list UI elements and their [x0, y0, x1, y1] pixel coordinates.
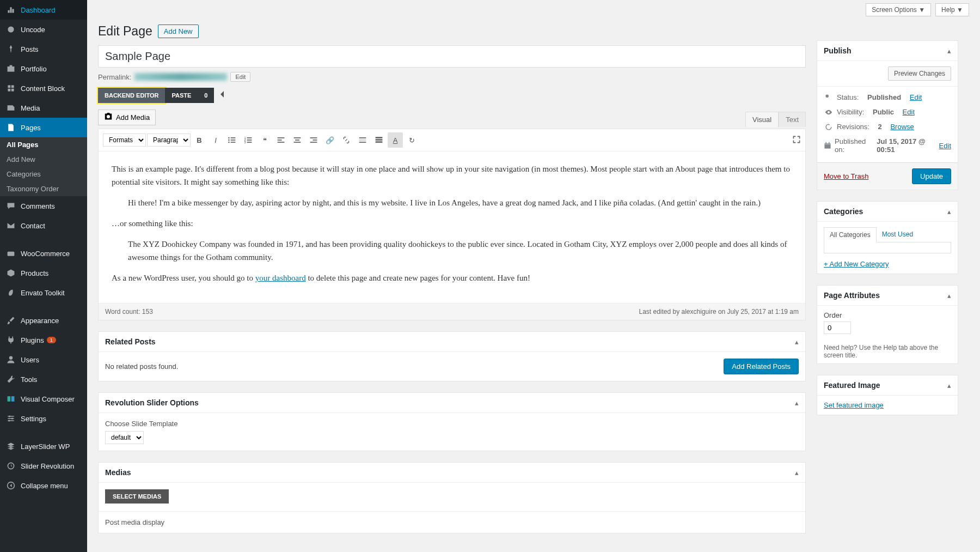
blockquote-button[interactable]: ❝ — [257, 132, 272, 148]
sidebar-item-contact[interactable]: Contact — [0, 216, 87, 235]
all-categories-tab[interactable]: All Categories — [824, 227, 877, 242]
sidebar-item-portfolio[interactable]: Portfolio — [0, 59, 87, 78]
svg-rect-30 — [295, 139, 299, 141]
set-featured-image-link[interactable]: Set featured image — [824, 401, 884, 409]
status-edit-link[interactable]: Edit — [910, 93, 922, 101]
sidebar-sub-taxonomy-order[interactable]: Taxonomy Order — [0, 181, 87, 196]
zero-tab[interactable]: 0 — [198, 88, 214, 103]
svg-rect-45 — [829, 142, 829, 144]
dashboard-link[interactable]: your dashboard — [255, 274, 306, 282]
sidebar-item-label: Plugins — [21, 336, 44, 344]
sidebar-item-content-block[interactable]: Content Block — [0, 78, 87, 98]
sidebar-item-tools[interactable]: Tools — [0, 369, 87, 389]
collapse-icon — [5, 480, 16, 491]
sidebar-item-label: Visual Composer — [21, 395, 75, 403]
align-right-button[interactable] — [306, 132, 321, 148]
svg-rect-4 — [11, 85, 14, 88]
ol-button[interactable]: 123 — [241, 132, 256, 148]
sidebar-item-woocommerce[interactable]: WooCommerce — [0, 244, 87, 263]
select-medias-button[interactable]: SELECT MEDIAS — [105, 489, 169, 504]
sidebar-item-visual-composer[interactable]: Visual Composer — [0, 389, 87, 409]
order-input[interactable] — [824, 322, 851, 334]
ul-button[interactable] — [224, 132, 240, 148]
readmore-button[interactable] — [355, 132, 370, 148]
formats-select[interactable]: Formats — [103, 134, 146, 147]
fullscreen-button[interactable] — [792, 135, 801, 145]
italic-button[interactable]: I — [208, 132, 223, 148]
revslider-header[interactable]: Revolution Slider Options ▴ — [99, 393, 805, 413]
sidebar-sub-categories[interactable]: Categories — [0, 167, 87, 181]
sidebar-item-label: LayerSlider WP — [21, 442, 70, 451]
visual-tab[interactable]: Visual — [745, 112, 779, 127]
sidebar-item-posts[interactable]: Posts — [0, 39, 87, 59]
right-sidebar: Publish ▴ Preview Changes Status: Publis… — [817, 20, 969, 437]
page-icon — [5, 122, 16, 133]
sidebar-item-envato[interactable]: Envato Toolkit — [0, 283, 87, 302]
link-button[interactable]: 🔗 — [322, 132, 338, 148]
move-to-trash-link[interactable]: Move to Trash — [824, 172, 868, 180]
preview-changes-button[interactable]: Preview Changes — [888, 66, 951, 81]
categories-header[interactable]: Categories ▴ — [817, 202, 958, 222]
backend-editor-tab[interactable]: BACKEND EDITOR — [98, 88, 165, 103]
medias-header[interactable]: Medias ▴ — [99, 463, 805, 483]
permalink-edit-button[interactable]: Edit — [230, 72, 250, 82]
editor-content-area[interactable]: This is an example page. It's different … — [99, 151, 805, 303]
update-button[interactable]: Update — [912, 168, 951, 184]
svg-rect-6 — [11, 89, 14, 92]
bold-button[interactable]: B — [192, 132, 207, 148]
add-new-category-link[interactable]: + Add New Category — [824, 260, 889, 268]
editor-box: Formats Paragraph B I 123 ❝ 🔗 — [98, 129, 806, 320]
published-edit-link[interactable]: Edit — [939, 142, 951, 150]
sidebar-item-slider-revolution[interactable]: Slider Revolution — [0, 456, 87, 476]
sidebar-item-comments[interactable]: Comments — [0, 196, 87, 216]
featured-image-header[interactable]: Featured Image ▴ — [817, 375, 958, 396]
svg-text:3: 3 — [244, 141, 246, 144]
text-tab[interactable]: Text — [779, 112, 806, 127]
sidebar-item-label: Tools — [21, 375, 37, 384]
browse-revisions-link[interactable]: Browse — [890, 123, 914, 131]
sidebar-item-users[interactable]: Users — [0, 350, 87, 369]
svg-rect-2 — [10, 65, 13, 66]
svg-rect-35 — [359, 137, 366, 138]
add-related-posts-button[interactable]: Add Related Posts — [724, 359, 799, 374]
add-media-button[interactable]: Add Media — [98, 110, 156, 125]
woo-icon — [5, 248, 16, 259]
sidebar-item-layerslider[interactable]: LayerSlider WP — [0, 436, 87, 456]
help-button[interactable]: Help ▼ — [935, 3, 969, 16]
sidebar-submenu-pages: All Pages Add New Categories Taxonomy Or… — [0, 137, 87, 196]
sidebar-item-settings[interactable]: Settings — [0, 409, 87, 428]
svg-rect-19 — [231, 142, 236, 143]
sidebar-item-collapse[interactable]: Collapse menu — [0, 476, 87, 495]
sidebar-sub-add-new[interactable]: Add New — [0, 152, 87, 167]
sidebar-item-plugins[interactable]: Plugins 1 — [0, 330, 87, 350]
sidebar-sub-all-pages[interactable]: All Pages — [0, 137, 87, 152]
add-new-button[interactable]: Add New — [158, 25, 199, 38]
align-center-button[interactable] — [290, 132, 305, 148]
slide-template-select[interactable]: default — [105, 431, 144, 444]
screen-options-button[interactable]: Screen Options ▼ — [866, 3, 931, 16]
svg-point-41 — [825, 94, 829, 98]
page-attributes-header[interactable]: Page Attributes ▴ — [817, 286, 958, 306]
paste-tab[interactable]: PASTE — [165, 88, 198, 103]
align-left-button[interactable] — [273, 132, 289, 148]
publish-header[interactable]: Publish ▴ — [817, 41, 958, 61]
svg-rect-29 — [294, 137, 301, 138]
toolbar-toggle-button[interactable] — [371, 132, 387, 148]
camera-icon — [104, 113, 113, 122]
sidebar-item-uncode[interactable]: Uncode — [0, 20, 87, 39]
refresh-button[interactable]: ↻ — [404, 132, 419, 148]
related-posts-header[interactable]: Related Posts ▴ — [99, 332, 805, 352]
sidebar-item-products[interactable]: Products — [0, 263, 87, 283]
chevron-left-button[interactable] — [214, 87, 230, 103]
paragraph-select[interactable]: Paragraph — [147, 134, 191, 147]
text-color-button[interactable]: A — [388, 132, 403, 148]
unlink-button[interactable] — [339, 132, 354, 148]
main-content: Screen Options ▼ Help ▼ Edit Page Add Ne… — [87, 0, 980, 552]
post-title-input[interactable] — [98, 45, 806, 68]
sidebar-item-dashboard[interactable]: Dashboard — [0, 0, 87, 20]
sidebar-item-pages[interactable]: Pages — [0, 118, 87, 137]
most-used-tab[interactable]: Most Used — [877, 227, 918, 242]
visibility-edit-link[interactable]: Edit — [903, 108, 915, 116]
sidebar-item-appearance[interactable]: Appearance — [0, 311, 87, 330]
sidebar-item-media[interactable]: Media — [0, 98, 87, 118]
